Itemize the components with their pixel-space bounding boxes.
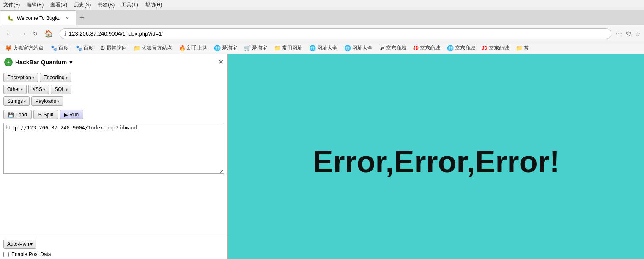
bookmark-baidu2[interactable]: 🐾 百度 [73,44,96,52]
home-button[interactable]: 🏠 [42,28,55,39]
load-label: Load [16,112,27,118]
split-button[interactable]: ✂ Split [33,110,58,119]
bookmark-jd1-label: 京东商城 [386,44,406,52]
bookmark-common-urls[interactable]: 📁 常用网址 [271,44,305,52]
xss-label: XSS [32,86,42,92]
bookmark-taobao2[interactable]: 🛒 爱淘宝 [241,44,270,52]
bookmark-fox2-icon: 📁 [134,45,140,51]
bookmark-jd1[interactable]: 🛍 京东商城 [377,44,409,52]
menu-history[interactable]: 历史(S) [74,1,91,8]
post-data-checkbox[interactable] [3,252,9,257]
bookmark-more-label: 常 [524,44,529,52]
encoding-button[interactable]: Encoding ▾ [40,73,71,82]
bookmark-url-all[interactable]: 🌐 网址大全 [307,44,340,52]
browser-window: 🐛 Welcome To Bugku × + ← → ↻ 🏠 ℹ ··· 🛡 ☆… [0,10,644,259]
bookmark-url-all2[interactable]: 🌐 网址大全 [342,44,375,52]
other-label: Other [7,86,20,92]
menu-file[interactable]: 文件(F) [3,1,20,8]
bookmark-url-icon: 🌐 [309,45,316,51]
bookmark-fox2[interactable]: 📁 火狐官方站点 [131,44,175,52]
load-button[interactable]: 💾 Load [3,110,32,119]
hackbar-header-left: ● HackBar Quantum ▾ [4,58,72,66]
encryption-arrow: ▾ [32,75,34,80]
run-button[interactable]: ▶ Run [60,110,83,119]
bookmark-jd3-label: 京东商城 [455,44,475,52]
load-icon: 💾 [8,112,14,118]
bookmarks-bar: 🦊 火狐官方站点 🐾 百度 🐾 百度 ⚙ 最常访问 📁 火狐官方站点 🔥 新手上… [0,42,644,54]
autopwn-label: Auto-Pwn [7,241,29,247]
encryption-button[interactable]: Encryption ▾ [3,73,38,82]
bookmark-newbie[interactable]: 🔥 新手上路 [176,44,210,52]
bookmark-frequent-label: 最常访问 [107,44,127,52]
bookmark-more-icon: 📁 [516,45,523,51]
strings-button[interactable]: Strings ▾ [3,96,30,106]
info-icon: ℹ [64,30,66,37]
split-label: Split [44,112,53,118]
bookmark-fox-icon: 🦊 [5,45,12,51]
bookmark-jd2-icon: JD [413,46,419,50]
tab-close-button[interactable]: × [66,15,69,22]
payloads-button[interactable]: Payloads ▾ [31,96,63,106]
bookmark-taobao1[interactable]: 🌐 爱淘宝 [211,44,240,52]
hackbar-logo: ● [4,58,13,66]
run-label: Run [69,112,79,118]
more-button[interactable]: ··· [616,30,622,38]
refresh-button[interactable]: ↻ [30,29,40,39]
tab-title: Welcome To Bugku [17,15,60,21]
autopwn-button[interactable]: Auto-Pwn ▾ [3,240,36,249]
menu-tools[interactable]: 工具(T) [121,1,138,8]
bookmark-fox-official[interactable]: 🦊 火狐官方站点 [3,44,46,52]
hackbar-textarea[interactable] [3,123,224,174]
xss-button[interactable]: XSS ▾ [28,85,49,94]
bookmark-jd3-icon: 🌐 [447,45,454,51]
bookmark-jd4[interactable]: JD 京东商城 [480,44,512,52]
hackbar-actions: 💾 Load ✂ Split ▶ Run [0,108,227,121]
other-button[interactable]: Other ▾ [3,85,27,94]
main-area: ● HackBar Quantum ▾ × Encryption ▾ Encod… [0,54,644,259]
encryption-label: Encryption [7,74,31,80]
hackbar-header: ● HackBar Quantum ▾ × [0,54,227,70]
menu-view[interactable]: 查看(V) [50,1,67,8]
post-data-row: Enable Post Data [3,251,224,257]
hackbar-title-arrow[interactable]: ▾ [69,59,72,66]
error-text: Error,Error,Error! [312,144,559,179]
bookmark-baidu1[interactable]: 🐾 百度 [48,44,71,52]
menu-edit[interactable]: 编辑(E) [27,1,44,8]
address-input[interactable] [69,30,607,37]
bookmark-baidu2-label: 百度 [83,44,93,52]
bookmark-url2-icon: 🌐 [344,45,351,51]
hackbar-logo-icon: ● [7,60,10,65]
bookmark-baidu2-icon: 🐾 [75,45,82,51]
hackbar-bottom: Auto-Pwn ▾ Enable Post Data Enable Refer… [0,237,227,259]
address-bar-wrapper: ℹ [60,28,611,39]
bookmark-baidu1-label: 百度 [58,44,69,52]
hackbar-panel: ● HackBar Quantum ▾ × Encryption ▾ Encod… [0,54,228,259]
back-button[interactable]: ← [3,28,15,39]
hackbar-buttons-row1: Encryption ▾ Encoding ▾ [0,70,227,85]
bookmark-fox2-label: 火狐官方站点 [142,44,172,52]
bookmark-more[interactable]: 📁 常 [513,44,532,52]
bookmark-fox-label: 火狐官方站点 [13,44,44,52]
hackbar-buttons-row2: Other ▾ XSS ▾ SQL ▾ [0,85,227,96]
bookmark-button[interactable]: ☆ [635,30,641,37]
forward-button[interactable]: → [17,28,29,39]
nav-icons: ··· 🛡 ☆ [616,30,641,38]
hackbar-close-button[interactable]: × [219,58,223,66]
bookmark-jd3[interactable]: 🌐 京东商城 [444,44,478,52]
sql-button[interactable]: SQL ▾ [51,85,71,94]
split-icon: ✂ [38,112,42,118]
menu-help[interactable]: 帮助(H) [145,1,162,8]
bookmark-newbie-icon: 🔥 [179,45,186,51]
menu-bookmarks[interactable]: 书签(B) [98,1,115,8]
new-tab-button[interactable]: + [76,14,88,22]
strings-arrow: ▾ [24,99,26,104]
bookmark-common-label: 常用网址 [282,44,302,52]
payloads-arrow: ▾ [57,99,59,104]
bookmark-jd2[interactable]: JD 京东商城 [411,44,443,52]
bookmark-taobao1-icon: 🌐 [214,45,221,51]
active-tab[interactable]: 🐛 Welcome To Bugku × [0,10,76,25]
bookmark-common-icon: 📁 [274,45,281,51]
bookmark-frequent-icon: ⚙ [100,45,105,51]
bookmark-frequent[interactable]: ⚙ 最常访问 [98,44,129,52]
encoding-arrow: ▾ [66,75,68,80]
